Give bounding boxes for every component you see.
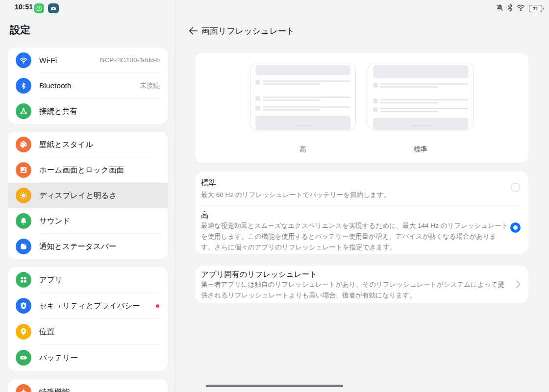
update-badge-icon [34, 3, 44, 13]
wifi-icon [16, 52, 31, 68]
sidebar-item-label: サウンド [39, 208, 70, 234]
preview-skeleton-line [380, 86, 438, 88]
sidebar-item-label: Wi-Fi [39, 48, 57, 73]
preview-skeleton-line [263, 97, 350, 98]
battery-percent: 71 [533, 6, 538, 11]
sidebar-item-label: アプリ [39, 267, 63, 293]
preview-skeleton-line [263, 80, 350, 82]
sidebar-item-connect-share[interactable]: 接続と共有 [8, 98, 168, 124]
sidebar-item-label: 特殊機能 [39, 379, 70, 392]
sidebar-item-sound[interactable]: サウンド [8, 208, 168, 234]
sidebar-item-label: Bluetooth [39, 73, 72, 98]
preview-skeleton-avatar [373, 98, 378, 103]
apps-grid-icon [16, 272, 31, 288]
sidebar-item-label: バッテリー [39, 345, 78, 370]
sidebar-item-label: セキュリティとプライバシー [39, 293, 140, 318]
preview-standard-label: 標準 [368, 145, 474, 154]
preview-skeleton-avatar [373, 83, 378, 88]
bluetooth-status-icon [507, 3, 513, 14]
refresh-rate-preview-card: 高 標準 [195, 53, 528, 163]
preview-skeleton-gesture [294, 125, 313, 126]
sidebar-item-label: ディスプレイと明るさ [39, 183, 117, 208]
settings-screen: 10:51 71 設定 Wi-Fi NCP-HG100-3ddd-b Bluet… [0, 0, 549, 392]
sidebar-item-home-lock-screen[interactable]: ホーム画面とロック画面 [8, 157, 168, 183]
radio-standard[interactable] [511, 183, 520, 192]
preview-high-label: 高 [250, 145, 356, 154]
option-standard-description: 最大 60 Hz のリフレッシュレートでバッテリーを節約します。 [201, 190, 507, 200]
location-pin-icon [16, 324, 31, 340]
sidebar-item-display-brightness[interactable]: ディスプレイと明るさ [8, 183, 168, 208]
preview-skeleton-line [380, 111, 438, 112]
share-icon [16, 103, 31, 119]
notification-icon [16, 239, 31, 254]
special-features-icon [16, 384, 31, 392]
preview-standard[interactable] [368, 63, 474, 130]
sidebar-item-notifications-statusbar[interactable]: 通知とステータスバー [8, 234, 168, 259]
app-specific-title: アプリ固有のリフレッシュレート [201, 270, 317, 280]
preview-skeleton-line [263, 106, 350, 108]
preview-skeleton-header [255, 65, 350, 75]
divider [201, 205, 523, 206]
mute-icon [496, 3, 504, 14]
sidebar-group-system: アプリ セキュリティとプライバシー 位置 バッテリー [8, 267, 168, 371]
sidebar-item-battery[interactable]: バッテリー [8, 345, 168, 371]
preview-skeleton-line [263, 109, 321, 111]
preview-skeleton-line [380, 83, 468, 85]
sidebar-item-location[interactable]: 位置 [8, 319, 168, 345]
app-notification-badge-icon [48, 3, 59, 13]
sidebar-group-features: 特殊機能 [8, 379, 168, 392]
app-specific-description: 第三者アプリには独自のリフレッシュレートがあり、そのリフレッシュレートがシステム… [201, 279, 505, 301]
page-title: 設定 [10, 23, 30, 37]
sidebar-item-bluetooth[interactable]: Bluetooth 未接続 [8, 73, 168, 98]
bluetooth-status-value: 未接続 [140, 73, 160, 98]
back-button[interactable] [187, 24, 200, 37]
sidebar-item-label: 通知とステータスバー [39, 234, 116, 259]
battery-icon [16, 350, 31, 366]
preview-skeleton-line [263, 83, 321, 85]
preview-skeleton-line [380, 108, 468, 109]
palette-icon [16, 137, 31, 152]
sidebar-item-security-privacy[interactable]: セキュリティとプライバシー [8, 293, 168, 319]
option-high-description: 最適な視覚効果とスムーズなエクスペリエンスを実現するために、最大 144 Hz … [201, 220, 509, 253]
sun-icon [16, 188, 31, 203]
battery-indicator: 71 [529, 5, 542, 12]
preview-high[interactable] [250, 63, 356, 130]
gesture-navigation-bar[interactable] [206, 385, 343, 387]
sidebar-item-label: 接続と共有 [39, 98, 77, 124]
image-icon [16, 162, 31, 178]
preview-skeleton-footer [373, 118, 468, 130]
wifi-network-value: NCP-HG100-3ddd-b [100, 48, 160, 73]
sidebar-item-special-features[interactable]: 特殊機能 [8, 379, 168, 392]
sidebar-item-wallpaper[interactable]: 壁紙とスタイル [8, 132, 168, 157]
sidebar-group-network: Wi-Fi NCP-HG100-3ddd-b Bluetooth 未接続 接続と… [8, 48, 168, 124]
preview-skeleton-avatar [255, 96, 260, 101]
preview-skeleton-avatar [373, 107, 378, 112]
sidebar-group-personalization: 壁紙とスタイル ホーム画面とロック画面 ディスプレイと明るさ サウンド 通知とス… [8, 132, 168, 259]
preview-skeleton-line [263, 99, 321, 101]
preview-skeleton-line [380, 102, 438, 103]
sidebar-item-apps[interactable]: アプリ [8, 267, 168, 293]
radio-high[interactable] [510, 222, 521, 233]
preview-skeleton-gesture [411, 125, 431, 126]
wifi-status-icon [516, 4, 525, 13]
content-title: 画面リフレッシュレート [201, 25, 295, 37]
option-high-title: 高 [201, 210, 209, 220]
preview-skeleton-avatar [255, 80, 260, 85]
preview-skeleton-avatar [255, 106, 260, 111]
shield-lock-icon [16, 298, 31, 314]
status-icons: 71 [496, 3, 542, 13]
bell-icon [16, 213, 31, 229]
chevron-right-icon [516, 280, 521, 290]
preview-skeleton-footer [255, 116, 350, 130]
preview-skeleton-line [380, 99, 468, 100]
sidebar-item-label: 位置 [39, 319, 54, 344]
sidebar-item-label: ホーム画面とロック画面 [39, 157, 124, 183]
bluetooth-icon [16, 78, 31, 94]
sidebar-item-wifi[interactable]: Wi-Fi NCP-HG100-3ddd-b [8, 48, 168, 73]
option-standard-title: 標準 [201, 178, 216, 188]
pane-divider [175, 0, 175, 392]
preview-skeleton-header [373, 65, 468, 78]
status-time: 10:51 [15, 3, 33, 11]
app-specific-refresh-card[interactable]: アプリ固有のリフレッシュレート 第三者アプリには独自のリフレッシュレートがあり、… [195, 266, 528, 303]
sidebar-item-label: 壁紙とスタイル [39, 132, 93, 157]
